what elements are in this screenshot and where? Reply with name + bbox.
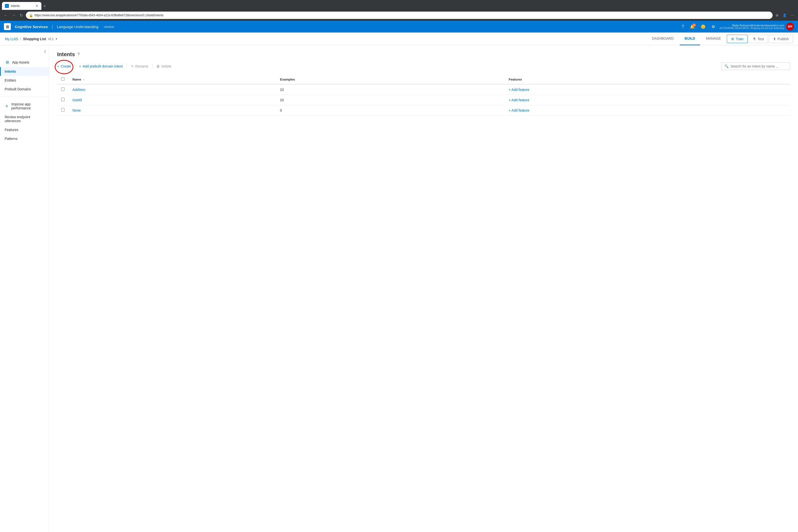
refresh-button[interactable]: ↻ — [19, 12, 24, 19]
create-plus-icon: + — [57, 64, 59, 68]
train-icon: ⚙ — [731, 37, 734, 41]
create-label: Create — [61, 64, 71, 68]
profile-button[interactable]: 👤 — [781, 12, 788, 18]
sidebar-item-prebuilt-domains[interactable]: Prebuilt Domains — [0, 85, 49, 94]
breadcrumb-version: v0.1 — [48, 37, 54, 41]
breadcrumb-separator: / — [20, 37, 21, 41]
sidebar-collapse-button[interactable]: 《 — [41, 48, 47, 55]
breadcrumb-app-name: Shopping List — [23, 37, 46, 41]
add-feature-button[interactable]: + Add feature — [509, 88, 529, 92]
row-checkbox[interactable] — [61, 98, 64, 101]
breadcrumb: My LUIS / Shopping List v0.1 ▾ — [5, 37, 57, 41]
sidebar-item-patterns[interactable]: Patterns — [0, 134, 49, 143]
improve-icon: ≡ — [5, 104, 9, 108]
sidebar-item-review[interactable]: Review endpoint utterances — [0, 113, 49, 125]
tab-favicon: I — [5, 4, 9, 8]
publish-icon: ⬆ — [773, 37, 776, 41]
help-button[interactable]: ? — [680, 23, 685, 30]
intent-name-cell: AddItem — [69, 84, 276, 95]
add-feature-button[interactable]: + Add feature — [509, 98, 529, 102]
table-row: AddItem 10 + Add feature — [57, 84, 790, 95]
new-tab-button[interactable]: + — [41, 3, 48, 10]
publish-label: Publish — [778, 37, 789, 41]
sidebar-section-improve: ≡ Improve app performance Review endpoin… — [0, 99, 49, 144]
table-row: None 0 + Add feature — [57, 105, 790, 115]
col-name-header[interactable]: Name ↑ — [69, 75, 276, 84]
add-prebuilt-label: Add prebuilt domain intent — [82, 64, 123, 68]
sidebar-item-label-intents: Intents — [5, 70, 16, 73]
tab-close-button[interactable]: ✕ — [36, 4, 38, 8]
notification-badge: 24 — [692, 23, 696, 27]
row-checkbox[interactable] — [61, 108, 64, 112]
search-input[interactable] — [730, 64, 787, 68]
app-assets-icon: ⊞ — [5, 60, 10, 64]
row-checkbox[interactable] — [61, 88, 64, 91]
extensions-button[interactable]: ⊕ — [775, 12, 780, 18]
url-box[interactable]: 🔒 https://www.luis.ai/applications/e7763… — [26, 12, 773, 19]
publish-button[interactable]: ⬆ Publish — [769, 35, 793, 43]
settings-button[interactable]: ⚙ — [710, 23, 717, 31]
breadcrumb-my-luis[interactable]: My LUIS — [5, 37, 18, 41]
notifications-button[interactable]: 🔔 24 — [688, 23, 696, 31]
table-header: Name ↑ Examples Features — [57, 75, 790, 84]
intent-features-cell: + Add feature — [505, 95, 790, 105]
tab-manage[interactable]: MANAGE — [701, 33, 726, 45]
feedback-button[interactable]: 🙂 — [699, 23, 707, 31]
select-all-checkbox[interactable] — [61, 77, 64, 81]
version-dropdown-button[interactable]: ▾ — [56, 37, 57, 41]
add-prebuilt-icon: + — [79, 64, 81, 68]
main-nav: DASHBOARD BUILD MANAGE ⚙ Train ⚗ Test ⬆ … — [647, 33, 793, 45]
search-icon: 🔍 — [724, 64, 728, 68]
tab-build[interactable]: BUILD — [680, 33, 700, 45]
col-examples-header: Examples — [276, 75, 505, 84]
intent-link[interactable]: AddItem — [72, 88, 85, 92]
app-logo-icon: ⊞ — [6, 24, 9, 29]
header-separator: | — [52, 24, 53, 29]
intent-link[interactable]: GetAll — [72, 98, 82, 102]
rename-button[interactable]: ✎ Rename — [131, 63, 148, 69]
row-checkbox-cell — [57, 84, 69, 95]
toolbar: + Create + Add prebuilt domain intent ✎ … — [57, 62, 790, 70]
intent-features-cell: + Add feature — [505, 84, 790, 95]
train-button[interactable]: ⚙ Train — [727, 35, 747, 43]
toolbar-separator-2 — [127, 64, 127, 69]
active-tab[interactable]: I Intents ✕ — [2, 2, 41, 10]
user-role: AUTHORING RESOURCE: shopping-list-bot-lu… — [719, 27, 784, 30]
forward-button[interactable]: → — [11, 12, 17, 18]
browser-chrome: I Intents ✕ + ← → ↻ 🔒 https://www.luis.a… — [0, 0, 798, 21]
user-avatar[interactable]: MR — [786, 23, 794, 31]
page-title-row: Intents ? — [57, 51, 790, 58]
tab-dashboard[interactable]: DASHBOARD — [647, 33, 679, 45]
sidebar-item-label-app-assets: App Assets — [12, 60, 29, 64]
more-button[interactable]: ⋯ — [790, 12, 795, 18]
url-text: https://www.luis.ai/applications/e7763af… — [35, 14, 770, 17]
sidebar-item-label-patterns: Patterns — [5, 137, 18, 141]
delete-button[interactable]: 🗑 Delete — [156, 63, 171, 69]
intent-table: Name ↑ Examples Features AddItem 10 + Ad… — [57, 75, 790, 115]
create-button[interactable]: + Create — [57, 63, 71, 69]
sub-header: My LUIS / Shopping List v0.1 ▾ DASHBOARD… — [0, 33, 798, 45]
add-feature-button[interactable]: + Add feature — [509, 108, 529, 112]
delete-icon: 🗑 — [156, 64, 160, 68]
sidebar-item-entities[interactable]: Entities — [0, 76, 49, 85]
intent-link[interactable]: None — [72, 108, 80, 112]
page-help-icon[interactable]: ? — [77, 52, 79, 57]
col-features-header: Features — [505, 75, 790, 84]
sidebar-item-label-features: Features — [5, 128, 18, 132]
add-prebuilt-button[interactable]: + Add prebuilt domain intent — [79, 63, 123, 69]
sidebar-item-features[interactable]: Features — [0, 125, 49, 134]
app-logo: ⊞ — [4, 23, 11, 30]
test-button[interactable]: ⚗ Test — [748, 35, 768, 43]
intents-tbody: AddItem 10 + Add feature GetAll 10 + Add… — [57, 84, 790, 115]
row-checkbox-cell — [57, 105, 69, 115]
tab-bar: I Intents ✕ + — [0, 0, 798, 10]
sidebar-item-app-assets[interactable]: ⊞ App Assets — [0, 57, 49, 67]
search-box[interactable]: 🔍 — [721, 62, 790, 70]
sidebar-section-main: ⊞ App Assets Intents Entities Prebuilt D… — [0, 56, 49, 95]
sidebar-item-improve[interactable]: ≡ Improve app performance — [0, 100, 49, 113]
sidebar-item-intents[interactable]: Intents — [0, 67, 49, 76]
back-button[interactable]: ← — [3, 12, 9, 18]
test-icon: ⚗ — [753, 37, 756, 41]
intent-features-cell: + Add feature — [505, 105, 790, 115]
train-label: Train — [736, 37, 743, 41]
